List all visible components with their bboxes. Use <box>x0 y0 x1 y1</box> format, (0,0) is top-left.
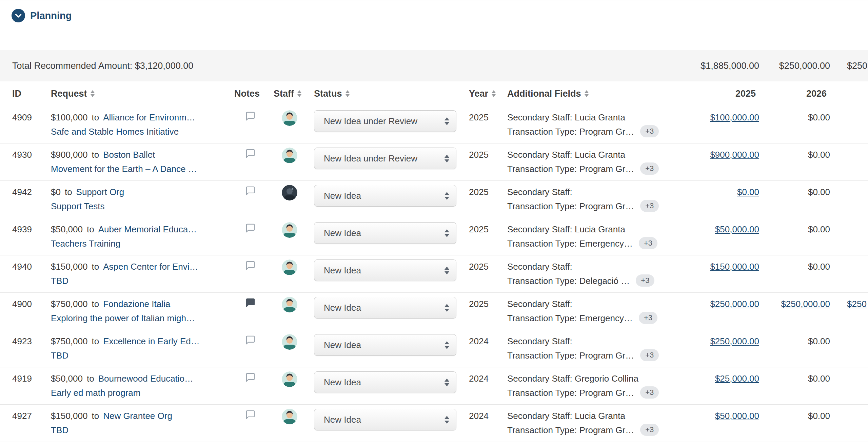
amount-2026: $0.00 <box>808 150 830 160</box>
table-row: 4940 $150,000toAspen Center for Envi… TB… <box>0 255 868 293</box>
grantee-link[interactable]: Alliance for Environm… <box>103 112 195 122</box>
more-fields-badge[interactable]: +3 <box>639 237 657 249</box>
status-select[interactable]: New Idea under Review <box>314 110 456 132</box>
planning-section-header[interactable]: Planning <box>0 0 868 31</box>
table-row: 4927 $150,000toNew Grantee Org TBD New I… <box>0 405 868 442</box>
transaction-type-text: Transaction Type: Program Gr… <box>507 164 634 174</box>
request-amount: $150,000 <box>51 262 87 272</box>
secondary-staff-text: Secondary Staff: Lucia Granta <box>507 110 687 124</box>
status-select[interactable]: New Idea <box>314 334 456 356</box>
amount-2025-link[interactable]: $50,000.00 <box>715 224 759 234</box>
amount-2025-link[interactable]: $250,000.00 <box>710 336 759 346</box>
row-id: 4927 <box>0 405 40 442</box>
note-icon[interactable] <box>245 111 256 121</box>
amount-2025-link[interactable]: $50,000.00 <box>715 411 759 421</box>
row-year: 2025 <box>459 255 497 292</box>
note-icon[interactable] <box>245 186 256 196</box>
more-fields-badge[interactable]: +3 <box>640 162 659 175</box>
status-select[interactable]: New Idea <box>314 297 456 319</box>
note-icon[interactable] <box>245 372 256 383</box>
request-title-link[interactable]: Movement for the Earth – A Dance … <box>51 164 197 174</box>
total-recommended-label: Total Recommended Amount: $3,120,000.00 <box>0 61 687 71</box>
header-2025: 2025 <box>687 89 763 99</box>
request-title-link[interactable]: Support Tests <box>51 201 105 211</box>
select-stepper-icon <box>445 304 449 312</box>
note-icon[interactable] <box>245 409 256 420</box>
table-row: 4930 $900,000toBoston Ballet Movement fo… <box>0 143 868 181</box>
request-title-link[interactable]: Safe and Stable Homes Initiative <box>51 127 179 137</box>
grantee-link[interactable]: Auber Memorial Educa… <box>98 224 197 234</box>
row-id: 4939 <box>0 218 40 255</box>
note-icon[interactable] <box>245 148 256 159</box>
amount-2027-link-partial[interactable]: $250 <box>847 299 867 309</box>
header-additional-fields[interactable]: Additional Fields <box>497 89 687 99</box>
sort-icon <box>492 90 496 97</box>
more-fields-badge[interactable]: +3 <box>640 125 659 137</box>
grantee-link[interactable]: Aspen Center for Envi… <box>103 262 198 272</box>
grantee-link[interactable]: New Grantee Org <box>103 411 172 421</box>
request-title-link[interactable]: TBD <box>51 350 68 361</box>
request-title-link[interactable]: TBD <box>51 425 68 435</box>
select-stepper-icon <box>445 229 449 237</box>
grantee-link[interactable]: Excellence in Early Ed… <box>103 336 200 346</box>
transaction-type-text: Transaction Type: Program Gr… <box>507 388 634 398</box>
sort-icon <box>346 90 350 97</box>
note-icon[interactable] <box>245 335 256 345</box>
request-amount: $750,000 <box>51 299 87 309</box>
amount-2025-link[interactable]: $250,000.00 <box>710 299 759 309</box>
amount-2025-link[interactable]: $0.00 <box>737 187 759 197</box>
row-year: 2024 <box>459 405 497 442</box>
header-staff[interactable]: Staff <box>263 89 303 99</box>
transaction-type-text: Transaction Type: Program Gr… <box>507 201 634 211</box>
header-status[interactable]: Status <box>303 89 459 99</box>
more-fields-badge[interactable]: +3 <box>640 386 659 399</box>
row-year: 2024 <box>459 330 497 367</box>
secondary-staff-text: Secondary Staff: <box>507 297 687 311</box>
status-select[interactable]: New Idea under Review <box>314 148 456 169</box>
column-total-2025: $1,885,000.00 <box>687 61 763 71</box>
note-icon-filled[interactable] <box>245 297 256 308</box>
request-title-link[interactable]: Teachers Training <box>51 238 120 249</box>
request-title-link[interactable]: TBD <box>51 276 68 286</box>
note-icon[interactable] <box>245 223 256 233</box>
row-id: 4940 <box>0 255 40 292</box>
more-fields-badge[interactable]: +3 <box>640 349 659 361</box>
sort-icon <box>297 90 301 97</box>
request-title-link[interactable]: Exploring the power of Italian migh… <box>51 313 195 323</box>
section-title: Planning <box>30 10 72 21</box>
request-title-link[interactable]: Early ed math program <box>51 388 140 398</box>
grantee-link[interactable]: Bournewood Educatio… <box>98 373 193 384</box>
amount-2025-link[interactable]: $900,000.00 <box>710 150 759 160</box>
select-stepper-icon <box>445 341 449 349</box>
table-row: 4919 $50,000toBournewood Educatio… Early… <box>0 367 868 405</box>
header-id: ID <box>0 89 40 99</box>
row-id: 4909 <box>0 106 40 143</box>
table-row: 4939 $50,000toAuber Memorial Educa… Teac… <box>0 218 868 255</box>
header-request[interactable]: Request <box>40 89 225 99</box>
amount-2025-link[interactable]: $100,000.00 <box>710 112 759 122</box>
more-fields-badge[interactable]: +3 <box>640 200 659 212</box>
amount-2026-link[interactable]: $250,000.00 <box>781 299 830 309</box>
status-select[interactable]: New Idea <box>314 222 456 244</box>
amount-2025-link[interactable]: $25,000.00 <box>715 373 759 384</box>
grantee-link[interactable]: Fondazione Italia <box>103 299 170 309</box>
note-icon[interactable] <box>245 260 256 271</box>
amount-2025-link[interactable]: $150,000.00 <box>710 262 759 272</box>
status-select[interactable]: New Idea <box>314 259 456 281</box>
grantee-link[interactable]: Boston Ballet <box>103 150 155 160</box>
more-fields-badge[interactable]: +3 <box>636 274 654 287</box>
transaction-type-text: Transaction Type: Program Gr… <box>507 350 634 361</box>
amount-2026: $0.00 <box>808 262 830 272</box>
row-year: 2025 <box>459 218 497 255</box>
status-select[interactable]: New Idea <box>314 409 456 430</box>
request-amount: $100,000 <box>51 112 87 122</box>
grantee-link[interactable]: Support Org <box>76 187 124 197</box>
secondary-staff-text: Secondary Staff: Lucia Granta <box>507 148 687 162</box>
header-year[interactable]: Year <box>459 89 497 99</box>
collapse-chevron-icon[interactable] <box>12 9 25 22</box>
more-fields-badge[interactable]: +3 <box>639 312 657 324</box>
status-select[interactable]: New Idea <box>314 185 456 207</box>
more-fields-badge[interactable]: +3 <box>640 424 659 436</box>
status-select[interactable]: New Idea <box>314 371 456 393</box>
to-label: to <box>87 224 94 234</box>
